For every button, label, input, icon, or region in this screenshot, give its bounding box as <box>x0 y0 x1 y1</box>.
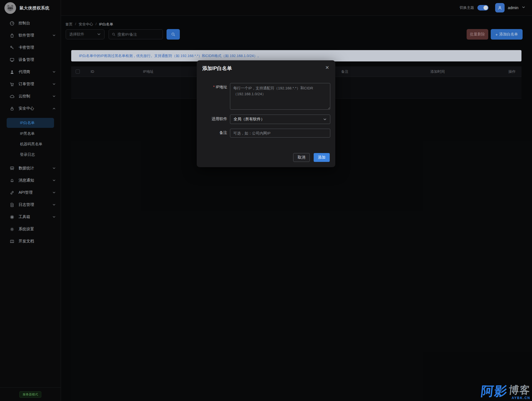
modal-title: 添加IP白名单 <box>202 65 232 72</box>
applicable-software-select[interactable]: 全局（所有软件） <box>230 115 330 124</box>
required-mark: * <box>213 85 214 89</box>
cancel-button[interactable]: 取消 <box>293 153 310 162</box>
chevron-down-icon <box>323 118 327 121</box>
selected-software-value: 全局（所有软件） <box>234 117 323 122</box>
add-ip-whitelist-modal: 添加IP白名单 ✕ *IP地址 适用软件 全局（所有软件） 备注 取消 添加 <box>197 60 335 167</box>
ip-address-textarea[interactable] <box>230 83 330 110</box>
confirm-add-button[interactable]: 添加 <box>314 153 330 162</box>
applicable-software-label: 适用软件 <box>197 117 227 121</box>
ip-address-label: *IP地址 <box>197 85 227 90</box>
close-icon[interactable]: ✕ <box>325 65 329 70</box>
remark-label: 备注 <box>197 130 227 135</box>
remark-input[interactable] <box>230 129 330 138</box>
